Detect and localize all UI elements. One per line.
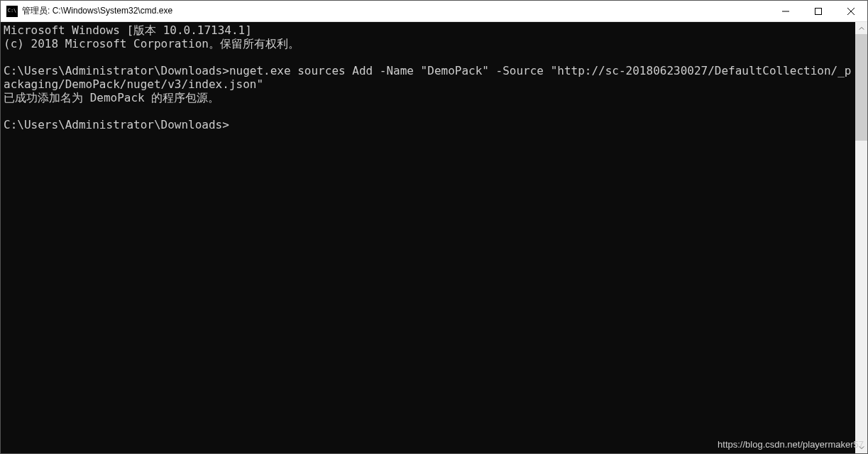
version-line: Microsoft Windows [版本 10.0.17134.1]	[4, 23, 252, 37]
cmd-window: 管理员: C:\Windows\System32\cmd.exe Microso…	[0, 0, 868, 454]
scrollbar-down-button[interactable]	[855, 441, 867, 453]
svg-rect-0	[815, 8, 822, 14]
vertical-scrollbar[interactable]	[855, 22, 867, 453]
scrollbar-thumb[interactable]	[855, 34, 867, 141]
close-icon	[847, 8, 855, 15]
maximize-icon	[815, 8, 822, 15]
cmd-icon	[6, 6, 18, 17]
minimize-button[interactable]	[769, 1, 802, 21]
maximize-button[interactable]	[802, 1, 835, 21]
titlebar[interactable]: 管理员: C:\Windows\System32\cmd.exe	[1, 1, 867, 22]
result-1: 已成功添加名为 DemoPack 的程序包源。	[4, 91, 219, 104]
prompt-2: C:\Users\Administrator\Downloads>	[4, 118, 229, 131]
prompt-1: C:\Users\Administrator\Downloads>	[4, 64, 229, 77]
minimize-icon	[782, 8, 789, 15]
scrollbar-track[interactable]	[855, 34, 867, 441]
window-controls	[769, 1, 867, 21]
chevron-down-icon	[859, 445, 864, 450]
window-title: 管理员: C:\Windows\System32\cmd.exe	[22, 5, 769, 17]
close-button[interactable]	[835, 1, 867, 21]
terminal-wrapper: Microsoft Windows [版本 10.0.17134.1] (c) …	[1, 22, 867, 453]
copyright-line: (c) 2018 Microsoft Corporation。保留所有权利。	[4, 37, 300, 50]
terminal-output[interactable]: Microsoft Windows [版本 10.0.17134.1] (c) …	[1, 22, 855, 453]
scrollbar-up-button[interactable]	[855, 22, 867, 34]
chevron-up-icon	[859, 26, 864, 31]
